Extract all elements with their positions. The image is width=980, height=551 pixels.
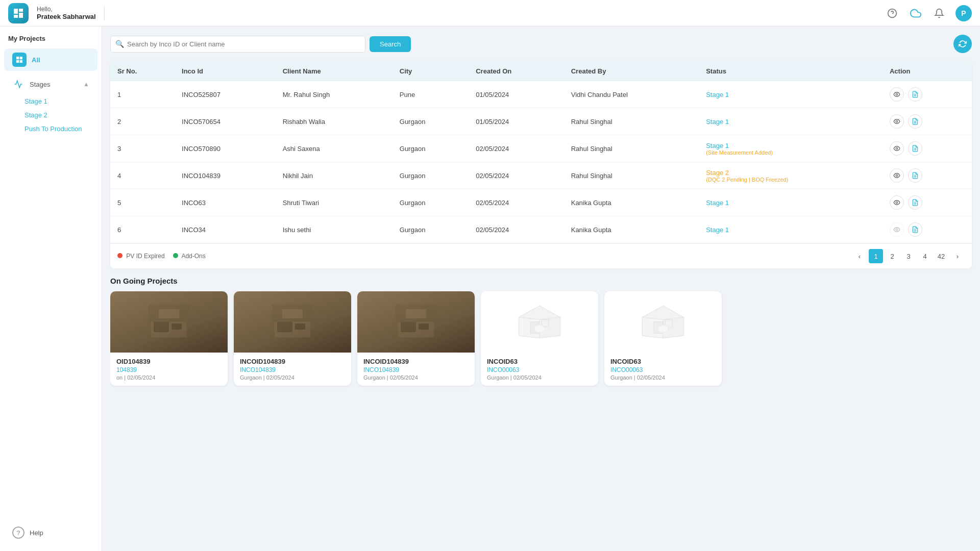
- ongoing-title: On Going Projects: [110, 277, 972, 285]
- card-body: INCOID104839 INCO104839 Gurgaon | 02/05/…: [234, 353, 351, 386]
- user-info: Hello, Prateek Sabharwal: [37, 6, 105, 20]
- card-inco-id: 104839: [116, 366, 222, 373]
- cell-client: Nikhil Jain: [276, 162, 393, 189]
- sidebar-item-stage2[interactable]: Stage 2: [0, 108, 102, 122]
- cell-created-by: Kanika Gupta: [564, 189, 699, 216]
- cell-created-on: 02/05/2024: [469, 216, 564, 243]
- cell-inco-id: INCO34: [175, 216, 276, 243]
- cell-city: Gurgaon: [393, 216, 469, 243]
- all-icon: [12, 53, 27, 67]
- cell-sr: 3: [110, 135, 175, 162]
- stages-header[interactable]: Stages ▲: [4, 74, 97, 94]
- search-wrapper: 🔍: [110, 36, 365, 53]
- cell-action: [883, 135, 972, 162]
- cell-inco-id: INCO104839: [175, 162, 276, 189]
- table-header-row: Sr No. Inco Id Client Name City Created …: [110, 61, 972, 81]
- svg-point-41: [534, 325, 545, 332]
- action-doc-btn[interactable]: [908, 114, 922, 129]
- cell-client: Ashi Saxena: [276, 135, 393, 162]
- table-row: 3 INCO570890 Ashi Saxena Gurgaon 02/05/2…: [110, 135, 972, 162]
- table-row: 2 INCO570654 Rishabh Walia Gurgaon 01/05…: [110, 108, 972, 135]
- cloud-icon[interactable]: [909, 6, 923, 20]
- svg-rect-27: [277, 322, 292, 332]
- action-doc-btn[interactable]: [908, 141, 922, 156]
- action-view-btn[interactable]: [890, 114, 904, 129]
- user-avatar[interactable]: P: [955, 5, 972, 21]
- sidebar-item-push-to-production[interactable]: Push To Production: [0, 122, 102, 136]
- cell-client: Mr. Rahul Singh: [276, 81, 393, 108]
- svg-point-17: [896, 229, 898, 231]
- cell-created-on: 02/05/2024: [469, 135, 564, 162]
- card-inco-id: INCO104839: [240, 366, 345, 373]
- app-logo: [8, 3, 29, 23]
- search-button[interactable]: Search: [370, 36, 411, 52]
- search-input[interactable]: [110, 36, 365, 53]
- help-icon[interactable]: [885, 6, 899, 20]
- refresh-button[interactable]: [953, 35, 972, 53]
- action-doc-btn[interactable]: [908, 168, 922, 183]
- svg-rect-40: [542, 320, 549, 327]
- page-btn-2[interactable]: 2: [885, 249, 899, 263]
- cell-action: [883, 189, 972, 216]
- cell-inco-id: INCO570890: [175, 135, 276, 162]
- prev-page-btn[interactable]: ‹: [852, 249, 867, 263]
- cell-inco-id: INCO525807: [175, 81, 276, 108]
- cell-status: Stage 2(DQC 2 Pending | BOQ Freezed): [699, 162, 883, 189]
- cell-created-on: 01/05/2024: [469, 108, 564, 135]
- page-btn-4[interactable]: 4: [918, 249, 932, 263]
- action-view-btn[interactable]: [890, 168, 904, 183]
- cell-city: Gurgaon: [393, 135, 469, 162]
- table-row: 5 INCO63 Shruti Tiwari Gurgaon 02/05/202…: [110, 189, 972, 216]
- page-btn-1[interactable]: 1: [869, 249, 883, 263]
- card-image-placeholder: [481, 291, 598, 353]
- next-page-btn[interactable]: ›: [950, 249, 965, 263]
- action-doc-btn[interactable]: [908, 87, 922, 102]
- notification-icon[interactable]: [932, 6, 946, 20]
- chevron-up-icon: ▲: [83, 81, 89, 88]
- search-icon: 🔍: [115, 40, 124, 48]
- project-card[interactable]: INCOID63 INCO00063 Gurgaon | 02/05/2024: [481, 291, 598, 386]
- sidebar-item-stage1[interactable]: Stage 1: [0, 94, 102, 108]
- header-icons: P: [885, 5, 972, 21]
- svg-point-8: [896, 147, 898, 149]
- action-doc-btn[interactable]: [908, 195, 922, 210]
- card-oid: INCOID63: [610, 358, 716, 365]
- projects-table: Sr No. Inco Id Client Name City Created …: [110, 61, 972, 243]
- page-btn-3[interactable]: 3: [901, 249, 916, 263]
- sidebar-item-all[interactable]: All: [4, 48, 97, 71]
- cell-status: Stage 1: [699, 81, 883, 108]
- svg-rect-34: [406, 309, 426, 318]
- cell-sr: 5: [110, 189, 175, 216]
- stages-section: Stages ▲ Stage 1 Stage 2 Push To Product…: [0, 74, 102, 136]
- cell-action: [883, 81, 972, 108]
- project-card[interactable]: INCOID63 INCO00063 Gurgaon | 02/05/2024: [604, 291, 722, 386]
- sidebar-item-help[interactable]: ? Help: [4, 522, 97, 543]
- project-card[interactable]: INCOID104839 INCO104839 Gurgaon | 02/05/…: [234, 291, 351, 386]
- project-card[interactable]: INCOID104839 INCO104839 Gurgaon | 02/05/…: [357, 291, 475, 386]
- main-content: 🔍 Search Sr No. Inco Id Client Name: [102, 27, 980, 551]
- action-view-btn[interactable]: [890, 195, 904, 210]
- cell-city: Pune: [393, 81, 469, 108]
- action-view-btn[interactable]: [890, 222, 904, 237]
- cell-city: Gurgaon: [393, 189, 469, 216]
- ongoing-section: On Going Projects OID104839 104839 on | …: [110, 277, 972, 390]
- card-oid: OID104839: [116, 358, 222, 365]
- main-layout: My Projects All Stages ▲ Stage 1: [0, 27, 980, 551]
- table-row: 4 INCO104839 Nikhil Jain Gurgaon 02/05/2…: [110, 162, 972, 189]
- action-doc-btn[interactable]: [908, 222, 922, 237]
- header: Hello, Prateek Sabharwal P: [0, 0, 980, 27]
- col-action: Action: [883, 61, 972, 81]
- cell-status: Stage 1: [699, 216, 883, 243]
- cell-city: Gurgaon: [393, 108, 469, 135]
- col-created-on: Created On: [469, 61, 564, 81]
- card-body: OID104839 104839 on | 02/05/2024: [110, 353, 228, 386]
- action-view-btn[interactable]: [890, 87, 904, 102]
- action-view-btn[interactable]: [890, 141, 904, 156]
- card-oid: INCOID63: [487, 358, 592, 365]
- project-card[interactable]: OID104839 104839 on | 02/05/2024: [110, 291, 228, 386]
- card-oid: INCOID104839: [240, 358, 345, 365]
- stage1-label: Stage 1: [24, 97, 47, 105]
- svg-rect-47: [666, 320, 673, 327]
- card-oid: INCOID104839: [363, 358, 469, 365]
- page-btn-42[interactable]: 42: [934, 249, 948, 263]
